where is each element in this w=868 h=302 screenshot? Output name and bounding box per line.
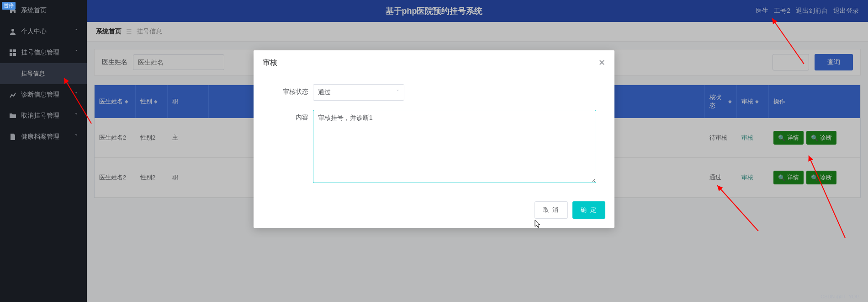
cancel-button[interactable]: 取 消 xyxy=(535,201,568,219)
modal-title: 审核 xyxy=(263,58,277,68)
audit-modal: 审核 ✕ 审核状态 通过 ˅ 内容 取 消 确 定 xyxy=(254,50,614,228)
ok-button[interactable]: 确 定 xyxy=(572,201,605,219)
status-value: 通过 xyxy=(318,88,331,97)
pause-badge: 暂停 xyxy=(2,2,16,10)
status-select[interactable]: 通过 ˅ xyxy=(313,84,404,101)
content-textarea[interactable] xyxy=(313,110,596,183)
chevron-down-icon: ˅ xyxy=(396,89,399,96)
content-label: 内容 xyxy=(272,110,308,122)
status-label: 审核状态 xyxy=(272,84,308,96)
close-icon[interactable]: ✕ xyxy=(598,58,605,68)
watermark: CSDN @IT_YQG_ xyxy=(820,294,863,299)
